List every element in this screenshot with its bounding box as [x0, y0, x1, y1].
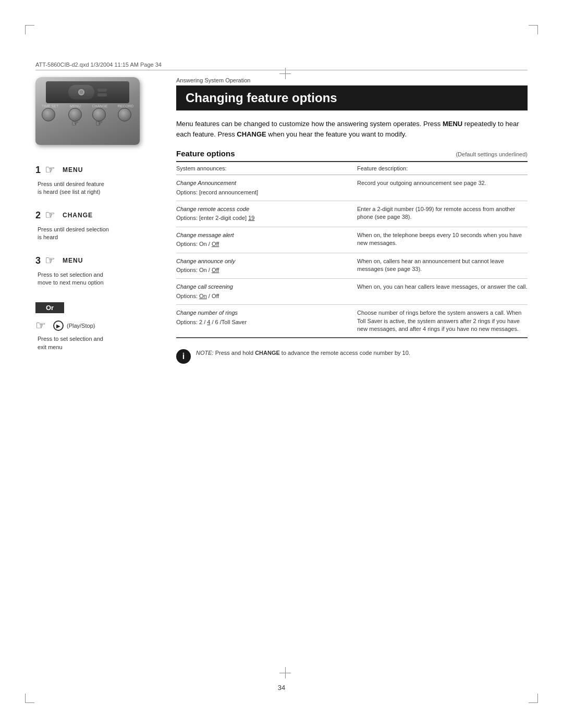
device-btn-change: ☞	[92, 108, 106, 121]
row2-col1: Change remote access code Options: [ente…	[176, 205, 352, 223]
row4-col1: Change announce only Options: On / Off	[176, 257, 352, 275]
device-screen	[46, 81, 129, 103]
row1-col2: Record your outgoing announcement see pa…	[352, 179, 528, 187]
menu-bold: MENU	[443, 120, 462, 128]
play-stop-icon: ▶	[53, 320, 64, 331]
step-1: 1 ☞ MENU Press until desired feature is …	[35, 163, 161, 196]
feature-options-header: Feature options (Default settings underl…	[176, 149, 528, 158]
table-row: Change Announcement Options: [record ann…	[176, 175, 528, 201]
note-italic: NOTE:	[196, 350, 214, 356]
row1-title: Change Announcement	[176, 179, 352, 187]
col2-header: Feature description:	[352, 164, 528, 172]
row2-title: Change remote access code	[176, 205, 352, 213]
row4-title: Change announce only	[176, 257, 352, 265]
header-text: ATT-5860CIB-d2.qxd 1/3/2004 11:15 AM Pag…	[35, 61, 162, 68]
col1-header: System announces:	[176, 164, 352, 172]
row6-options: Options: 2 / 4 / 6 /Toll Saver	[176, 319, 247, 325]
row5-title: Change call screening	[176, 283, 352, 291]
header-line: ATT-5860CIB-d2.qxd 1/3/2004 11:15 AM Pag…	[35, 61, 528, 70]
page-mark-bottom-right	[529, 694, 538, 703]
underline-19: 19	[248, 215, 254, 221]
note-icon: i	[176, 349, 191, 364]
step-2-finger-icon: ☞	[45, 208, 59, 223]
row6-col2: Choose number of rings before the system…	[352, 309, 528, 333]
device-label-menu: MENU	[68, 104, 82, 108]
step-1-finger-icon: ☞	[45, 163, 59, 177]
device-body: TIME SET MENU ☞ CHANGE ☞	[35, 77, 140, 145]
device-label-change: CHANGE	[92, 104, 108, 108]
step-2-header: 2 ☞ CHANGE	[35, 208, 161, 223]
step-2-desc: Press until desired selection is heard	[38, 226, 161, 242]
table-header-row: System announces: Feature description:	[176, 162, 528, 175]
step-3-label: MENU	[63, 257, 83, 264]
step-4: ☞ ▶ (Play/Stop) Press to set selection a…	[35, 318, 161, 351]
table-row: Change message alert Options: On / Off W…	[176, 227, 528, 253]
left-column: TIME SET MENU ☞ CHANGE ☞	[35, 77, 161, 665]
step-4-finger-icon: ☞	[35, 318, 50, 333]
step-2-number: 2	[35, 211, 41, 220]
page-number: 34	[278, 684, 285, 692]
feature-options-title: Feature options	[176, 149, 235, 158]
device-btn-timeset	[42, 108, 55, 121]
row3-col2: When on, the telephone beeps every 10 se…	[352, 231, 528, 248]
step-4-desc: Press to set selection and exit menu	[38, 335, 161, 351]
crosshair-bottom	[279, 667, 291, 678]
page-mark-top-right	[529, 25, 538, 34]
row2-options: Options: [enter 2-digit code] 19	[176, 215, 254, 221]
step-1-desc: Press until desired feature is heard (se…	[38, 180, 161, 196]
row3-options: Options: On / Off	[176, 241, 219, 247]
underline-on: On	[199, 293, 207, 299]
step-1-number: 1	[35, 165, 41, 175]
row5-col2: When on, you can hear callers leave mess…	[352, 283, 528, 291]
device-image: TIME SET MENU ☞ CHANGE ☞	[35, 77, 140, 150]
row5-options: Options: On / Off	[176, 293, 219, 299]
row3-title: Change message alert	[176, 231, 352, 239]
step-2: 2 ☞ CHANGE Press until desired selection…	[35, 208, 161, 242]
underline-off: Off	[212, 241, 219, 247]
main-content: TIME SET MENU ☞ CHANGE ☞	[35, 77, 528, 665]
row2-col2: Enter a 2-digit number (10-99) for remot…	[352, 205, 528, 221]
table-row: Change number of rings Options: 2 / 4 / …	[176, 305, 528, 338]
feature-table: System announces: Feature description: C…	[176, 161, 528, 338]
page-mark-top-left	[25, 25, 34, 34]
note-change-bold: CHANGE	[255, 350, 280, 356]
step-4-play-label: (Play/Stop)	[67, 322, 95, 330]
page-title: Changing feature options	[176, 85, 528, 110]
row3-col1: Change message alert Options: On / Off	[176, 231, 352, 249]
underline-4: 4	[207, 319, 210, 325]
device-btn-record	[118, 108, 131, 121]
step-3: 3 ☞ MENU Press to set selection and move…	[35, 253, 161, 287]
underline-off2: Off	[212, 267, 219, 273]
row6-col1: Change number of rings Options: 2 / 4 / …	[176, 309, 352, 326]
row6-title: Change number of rings	[176, 309, 352, 317]
row1-options: Options: [record announcement]	[176, 189, 258, 195]
device-label-record: RECORD	[118, 104, 133, 108]
row5-col1: Change call screening Options: On / Off	[176, 283, 352, 300]
device-btn-menu: ☞	[68, 108, 82, 121]
note-text: NOTE: Press and hold CHANGE to advance t…	[196, 349, 410, 357]
page-mark-bottom-left	[25, 694, 34, 703]
step-1-label: MENU	[63, 166, 83, 174]
row1-col1: Change Announcement Options: [record ann…	[176, 179, 352, 196]
intro-text: Menu features can be changed to customiz…	[176, 119, 528, 140]
step-3-desc: Press to set selection and move to next …	[38, 271, 161, 287]
change-bold: CHANGE	[237, 130, 266, 138]
step-3-finger-icon: ☞	[45, 253, 59, 268]
table-row: Change call screening Options: On / Off …	[176, 279, 528, 305]
row4-col2: When on, callers hear an announcement bu…	[352, 257, 528, 274]
step-1-header: 1 ☞ MENU	[35, 163, 161, 177]
step-3-number: 3	[35, 256, 41, 265]
note-box: i NOTE: Press and hold CHANGE to advance…	[176, 349, 528, 364]
table-row: Change announce only Options: On / Off W…	[176, 253, 528, 279]
feature-options-section: Feature options (Default settings underl…	[176, 149, 528, 338]
row4-options: Options: On / Off	[176, 267, 219, 273]
step-4-header: ☞ ▶ (Play/Stop)	[35, 318, 161, 333]
right-column: Answering System Operation Changing feat…	[176, 77, 528, 665]
default-note: (Default settings underlined)	[456, 151, 528, 157]
step-2-label: CHANGE	[63, 212, 93, 219]
device-label-timeset: TIME SET	[42, 104, 58, 108]
table-row: Change remote access code Options: [ente…	[176, 201, 528, 227]
or-label: Or	[35, 302, 64, 313]
step-3-header: 3 ☞ MENU	[35, 253, 161, 268]
section-label: Answering System Operation	[176, 77, 528, 83]
